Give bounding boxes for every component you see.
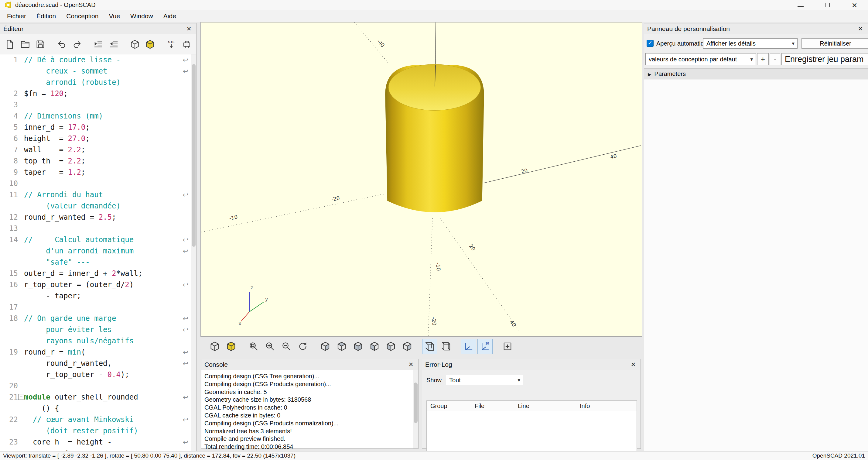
auto-preview-label: Aperçu automatique bbox=[656, 38, 711, 49]
open-file-button[interactable] bbox=[19, 37, 32, 51]
wrap-marker-icon: ↩ bbox=[183, 66, 188, 77]
console-panel-header: Console bbox=[202, 359, 418, 370]
view-crosshair-button[interactable] bbox=[500, 339, 515, 354]
line-number: 12 bbox=[0, 212, 18, 223]
view-top-button[interactable] bbox=[334, 339, 349, 354]
editor-scrollbar-thumb[interactable] bbox=[192, 64, 195, 247]
errorlog-column-info: Info bbox=[576, 401, 637, 411]
menu-conception[interactable]: Conception bbox=[61, 10, 103, 22]
print-3d-button[interactable] bbox=[180, 37, 193, 51]
parameters-section-header[interactable]: Parameters bbox=[644, 68, 868, 79]
customizer-close-button[interactable] bbox=[856, 24, 865, 33]
editor-toolbar: STL bbox=[0, 34, 196, 54]
console-scrollbar[interactable] bbox=[413, 370, 418, 449]
line-number: 10 bbox=[0, 178, 18, 189]
console-output[interactable]: Compiling design (CSG Tree generation)..… bbox=[202, 370, 413, 449]
axis-indicator bbox=[241, 292, 264, 321]
console-scrollbar-thumb[interactable] bbox=[414, 382, 417, 423]
render-button[interactable] bbox=[223, 339, 239, 354]
line-number: 7 bbox=[0, 144, 18, 156]
console-close-button[interactable] bbox=[407, 360, 415, 369]
svg-text:-20: -20 bbox=[331, 195, 340, 202]
menu-fichier[interactable]: Fichier bbox=[2, 10, 31, 22]
errorlog-filter-select[interactable]: Tout bbox=[446, 375, 523, 385]
view-perspective-button[interactable] bbox=[422, 339, 437, 354]
code-row: 3 bbox=[0, 99, 196, 111]
line-number: 4 bbox=[0, 111, 18, 122]
reset-view-button[interactable] bbox=[295, 339, 310, 354]
export-stl-button[interactable]: STL bbox=[165, 37, 178, 51]
view-top-icon bbox=[336, 341, 347, 352]
preview-button[interactable] bbox=[128, 37, 142, 51]
errorlog-panel-header: Error-Log bbox=[422, 359, 641, 370]
zoom-in-button[interactable] bbox=[262, 339, 278, 354]
view-left-button[interactable] bbox=[367, 339, 382, 354]
svg-text:STL: STL bbox=[168, 40, 175, 43]
view-back-button[interactable] bbox=[400, 339, 415, 354]
errorlog-close-button[interactable] bbox=[629, 360, 638, 369]
code-row: arrondi (robuste) bbox=[0, 77, 196, 88]
code-row: 16r_top_outer = (outer_d/2)↩ bbox=[0, 279, 196, 290]
new-file-button[interactable] bbox=[3, 37, 17, 51]
minimize-button[interactable] bbox=[787, 0, 814, 10]
code-editor[interactable]: 1// Dé à coudre lisse -↩ creux - sommet↩… bbox=[0, 54, 196, 451]
wrap-marker-icon: ↩ bbox=[183, 414, 188, 425]
render-button[interactable] bbox=[143, 37, 157, 51]
view-crosshair-icon bbox=[502, 341, 513, 352]
export-stl-icon: STL bbox=[166, 39, 177, 50]
wrap-marker-icon: ↩ bbox=[183, 313, 188, 324]
menu-vue[interactable]: Vue bbox=[103, 10, 125, 22]
window-title: déacoudre.scad - OpenSCAD bbox=[15, 2, 96, 8]
title-bar: déacoudre.scad - OpenSCAD bbox=[0, 0, 868, 10]
save-preset-button[interactable]: Enregistrer jeu param bbox=[781, 53, 868, 65]
editor-close-button[interactable] bbox=[185, 24, 193, 33]
close-button[interactable] bbox=[841, 0, 868, 10]
view-right-button[interactable] bbox=[318, 339, 333, 354]
render-icon bbox=[145, 39, 155, 50]
view-orthogonal-icon bbox=[441, 341, 452, 352]
3d-viewport-canvas[interactable]: -10-202040-402040-10-20xyz bbox=[201, 23, 642, 336]
code-row: 19round_r = min(↩ bbox=[0, 347, 196, 358]
view-bottom-button[interactable] bbox=[350, 339, 366, 354]
preview-icon bbox=[130, 39, 140, 50]
maximize-button[interactable] bbox=[814, 0, 841, 10]
svg-text:-20: -20 bbox=[431, 317, 437, 326]
code-row: - taper; bbox=[0, 290, 196, 302]
zoom-all-button[interactable] bbox=[246, 339, 261, 354]
menu-edition[interactable]: Édition bbox=[31, 10, 61, 22]
menu-window[interactable]: Window bbox=[125, 10, 158, 22]
show-axes-icon bbox=[463, 341, 474, 352]
unindent-button[interactable] bbox=[107, 37, 121, 51]
indent-button[interactable] bbox=[91, 37, 105, 51]
view-orthogonal-button[interactable] bbox=[439, 339, 454, 354]
code-row: rayons nuls/négatifs bbox=[0, 335, 196, 347]
wrap-marker-icon: ↩ bbox=[183, 324, 188, 335]
reset-button[interactable]: Réinitialiser bbox=[802, 38, 868, 49]
line-number: 16 bbox=[0, 279, 18, 290]
preview-icon bbox=[209, 341, 220, 352]
preview-button[interactable] bbox=[207, 339, 222, 354]
show-axes-button[interactable] bbox=[461, 339, 476, 354]
zoom-out-button[interactable] bbox=[279, 339, 294, 354]
auto-preview-checkbox[interactable] bbox=[647, 40, 654, 47]
remove-preset-button[interactable]: - bbox=[770, 53, 780, 65]
expand-triangle-icon bbox=[648, 70, 651, 78]
details-select[interactable]: Afficher les détails bbox=[703, 38, 798, 49]
svg-text:-10: -10 bbox=[229, 214, 238, 221]
view-front-button[interactable] bbox=[383, 339, 399, 354]
code-row: "safe" --- bbox=[0, 257, 196, 268]
undo-button[interactable] bbox=[55, 37, 69, 51]
menu-aide[interactable]: Aide bbox=[158, 10, 181, 22]
code-row: 22 // cœur avant Minkowski↩ bbox=[0, 414, 196, 425]
fold-marker[interactable]: − bbox=[18, 394, 24, 400]
errorlog-column-group: Group bbox=[427, 401, 471, 411]
3d-viewport[interactable]: -10-202040-402040-10-20xyz bbox=[200, 22, 642, 337]
add-preset-button[interactable]: + bbox=[757, 53, 769, 65]
save-button[interactable] bbox=[34, 37, 48, 51]
cylinder-object[interactable] bbox=[385, 64, 484, 212]
show-scale-markers-button[interactable]: 10 bbox=[477, 339, 493, 354]
redo-button[interactable] bbox=[70, 37, 84, 51]
editor-scrollbar[interactable] bbox=[191, 54, 196, 451]
preset-select[interactable]: valeurs de conception par défaut bbox=[645, 53, 756, 65]
line-number: 3 bbox=[0, 99, 18, 111]
